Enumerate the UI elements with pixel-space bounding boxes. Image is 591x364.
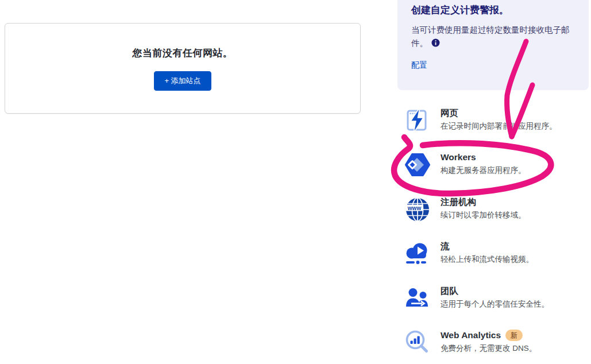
product-desc: 构建无服务器应用程序。 — [441, 165, 526, 176]
registrar-icon-label: www — [407, 205, 422, 211]
product-text: 网页 在记录时间内部署前端应用程序。 — [441, 107, 557, 131]
product-title: 网页 — [441, 107, 458, 119]
product-text: Web Analytics 新 免费分析，无需更改 DNS。 — [441, 329, 536, 354]
product-row-workers[interactable]: Workers 构建无服务器应用程序。 — [404, 151, 591, 184]
product-title: 流 — [441, 241, 450, 253]
dashboard-page: { "empty_state": { "message": "您当前没有任何网站… — [0, 0, 591, 364]
product-row-registrar[interactable]: www 注册机构 续订时以零加价转移域。 — [404, 196, 591, 229]
stream-icon — [404, 240, 431, 268]
product-row-stream[interactable]: 流 轻松上传和流式传输视频。 — [404, 240, 591, 273]
no-websites-card: 您当前没有任何网站。 + 添加站点 — [5, 23, 361, 114]
info-icon[interactable] — [431, 38, 440, 51]
product-text: 团队 适用于每个人的零信任安全性。 — [441, 285, 549, 309]
teams-icon — [404, 285, 431, 312]
product-text: 流 轻松上传和流式传输视频。 — [441, 240, 534, 265]
no-websites-message: 您当前没有任何网站。 — [133, 47, 233, 60]
product-text: Workers 构建无服务器应用程序。 — [441, 151, 526, 176]
registrar-icon: www — [404, 196, 431, 223]
configure-link[interactable]: 配置 — [411, 60, 427, 71]
product-title: 团队 — [441, 285, 458, 297]
product-row-web-analytics[interactable]: Web Analytics 新 免费分析，无需更改 DNS。 — [404, 329, 591, 362]
billing-alert-description: 当可计费使用量超过特定数量时接收电子邮件。 — [411, 24, 579, 52]
product-desc: 适用于每个人的零信任安全性。 — [441, 299, 549, 310]
product-title: Web Analytics — [441, 330, 501, 342]
workers-icon — [404, 151, 431, 179]
product-text: 注册机构 续订时以零加价转移域。 — [441, 196, 526, 220]
product-desc: 续订时以零加价转移域。 — [441, 210, 526, 221]
product-row-pages[interactable]: 网页 在记录时间内部署前端应用程序。 — [404, 107, 591, 140]
product-desc: 在记录时间内部署前端应用程序。 — [441, 121, 557, 132]
pages-icon — [404, 107, 431, 134]
product-desc: 免费分析，无需更改 DNS。 — [441, 343, 536, 354]
product-title: 注册机构 — [441, 196, 476, 208]
product-row-teams[interactable]: 团队 适用于每个人的零信任安全性。 — [404, 285, 591, 318]
billing-alert-title: 创建自定义计费警报。 — [411, 3, 575, 17]
product-desc: 轻松上传和流式传输视频。 — [441, 254, 534, 265]
add-site-button[interactable]: + 添加站点 — [154, 71, 211, 91]
product-title: Workers — [441, 152, 476, 164]
web-analytics-icon — [404, 329, 431, 357]
billing-alert-card: 创建自定义计费警报。 当可计费使用量超过特定数量时接收电子邮件。 配置 — [397, 0, 589, 90]
new-badge: 新 — [505, 330, 523, 341]
